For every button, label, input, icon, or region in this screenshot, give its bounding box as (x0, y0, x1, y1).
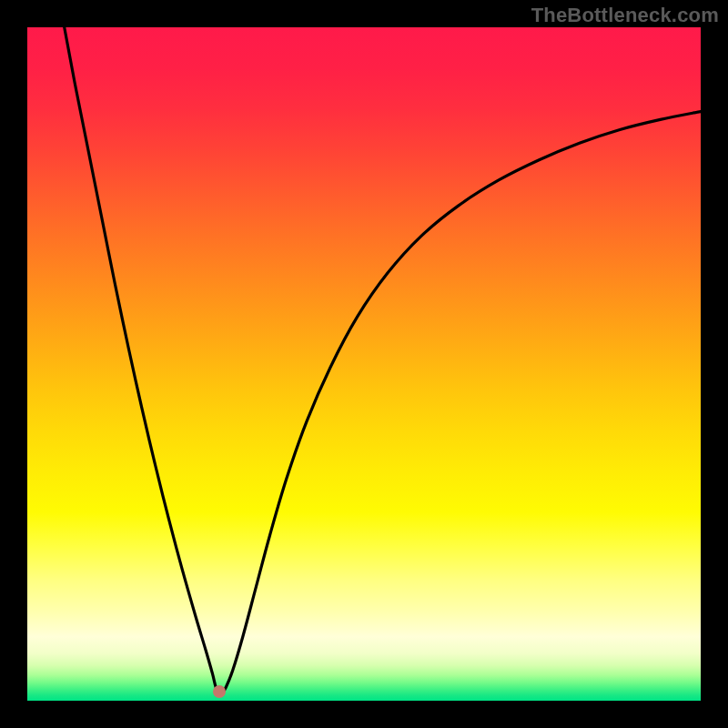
svg-rect-0 (27, 27, 701, 701)
optimum-marker (213, 685, 226, 698)
watermark-text: TheBottleneck.com (531, 4, 719, 27)
gradient-bg (27, 27, 701, 701)
chart-frame (27, 27, 701, 701)
